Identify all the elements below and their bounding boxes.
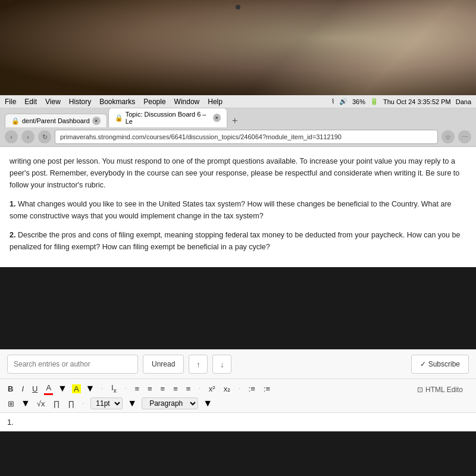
question-1-block: 1. What changes would you like to see in… [10,198,466,222]
subscribe-button[interactable]: ✓ Subscribe [411,355,469,374]
html-icon: ⊡ [417,386,423,394]
subscript-button[interactable]: x₂ [222,383,233,394]
sep4: · [238,383,240,394]
down-arrow-icon: ↓ [220,360,224,369]
unread-button[interactable]: Unread [143,355,184,374]
tab-dashboard-close[interactable]: × [92,117,101,125]
tab-discussion-icon: 🔒 [115,114,123,122]
italic-button[interactable]: I [20,383,26,394]
tab-discussion-label: Topic: Discussion Board 6 – Le [126,111,211,125]
discussion-toolbar: Unread ↑ ↓ ✓ Subscribe [0,349,476,379]
pi1-button[interactable]: ∏ [51,398,61,409]
font-size-select[interactable]: 11pt [90,397,123,409]
html-editor-link[interactable]: ⊡ HTML Edito [417,386,463,394]
menu-history[interactable]: History [69,98,91,106]
page-content: writing one post per lesson. You must re… [0,147,476,349]
address-url: primaverahs.strongmind.com/courses/6641/… [60,133,342,140]
scroll-up-button[interactable]: ↑ [189,355,208,374]
tab-discussion-close[interactable]: × [213,114,221,122]
tab-dashboard-label: dent/Parent Dashboard [22,117,90,124]
battery-level: 36% [352,98,365,105]
question-1-number: 1. [10,200,15,208]
username: Dana [456,98,471,105]
bookmark-button[interactable]: ☆ [441,130,455,143]
question-2-block: 2. Describe the pros and cons of filing … [10,229,466,253]
up-arrow-icon: ↑ [196,360,201,369]
question-2-text: 2. Describe the pros and cons of filing … [10,229,466,253]
menu-view[interactable]: View [45,98,61,106]
menu-people[interactable]: People [143,98,165,106]
align-center-button[interactable]: ≡ [146,383,154,394]
extensions-button[interactable]: ⋯ [458,130,471,143]
toolbar-separator: ▼ [21,398,30,409]
html-editor-label: HTML Edito [425,386,463,394]
table-button[interactable]: ⊞ [6,398,16,409]
forward-button[interactable]: › [21,130,35,143]
question-2-number: 2. [10,231,15,239]
sep2: · [124,383,127,394]
editor-row2: ⊞ ▼ √x ∏ ∏ · 11pt ▼ Paragraph ▼ [6,397,470,409]
back-button[interactable]: ‹ [5,130,18,143]
font-color-button[interactable]: A [44,382,53,395]
highlight-button[interactable]: A [72,384,81,393]
dropdown-arrow2: ▼ [203,398,212,409]
bullet-list-button[interactable]: :≡ [247,383,257,394]
numbered-list-button[interactable]: :≡ [262,383,272,394]
webcam-feed [0,0,476,95]
address-bar-row: ‹ › ↻ primaverahs.strongmind.com/courses… [0,127,476,146]
refresh-button[interactable]: ↻ [38,130,51,143]
scroll-down-button[interactable]: ↓ [212,355,231,374]
pi2-button[interactable]: ∏ [66,398,76,409]
underline-button[interactable]: U [30,383,39,394]
menu-bookmarks[interactable]: Bookmarks [99,98,135,106]
clear-format-button[interactable]: Ix [109,382,118,395]
search-input[interactable] [7,355,138,374]
volume-icon: 🔊 [339,98,347,105]
new-tab-button[interactable]: + [228,114,242,127]
indent-button[interactable]: ≡ [171,383,180,394]
tab-bar: 🔒 dent/Parent Dashboard × 🔒 Topic: Discu… [0,108,476,127]
sep3: · [198,383,201,394]
sep5: · [82,398,84,409]
bold-button[interactable]: B [6,383,15,394]
sep1: · [101,383,103,394]
menubar: File Edit View History Bookmarks People … [0,95,476,108]
paragraph-select[interactable]: Paragraph [142,397,198,409]
menu-edit[interactable]: Edit [24,98,37,106]
tab-discussion[interactable]: 🔒 Topic: Discussion Board 6 – Le × [108,108,227,127]
color-separator: ▼ [58,383,67,394]
superscript-button[interactable]: x² [207,383,217,394]
datetime: Thu Oct 24 3:35:52 PM [383,98,451,105]
tab-dashboard[interactable]: 🔒 dent/Parent Dashboard × [5,114,107,127]
menubar-right: ⌇ 🔊 36% 🔋 Thu Oct 24 3:35:52 PM Dana [331,98,471,105]
editor-row1: B I U A ▼ A ▼ · Ix · ≡ ≡ ≡ ≡ ≡ · x² x₂ ·… [6,382,470,397]
tab-dashboard-icon: 🔒 [11,117,20,125]
menu-help[interactable]: Help [208,98,223,106]
highlight-separator: ▼ [86,383,95,394]
question-1-text: 1. What changes would you like to see in… [10,198,466,222]
dropdown-arrow1: ▼ [127,398,137,409]
align-right-button[interactable]: ≡ [159,383,167,394]
battery-icon: 🔋 [370,98,378,105]
sqrt-button[interactable]: √x [35,398,47,409]
editor-toolbar: B I U A ▼ A ▼ · Ix · ≡ ≡ ≡ ≡ ≡ · x² x₂ ·… [0,379,476,413]
align-left-button[interactable]: ≡ [133,383,141,394]
webcam-indicator [236,5,240,10]
outdent-button[interactable]: ≡ [184,383,193,394]
menu-file[interactable]: File [5,98,16,106]
wifi-icon: ⌇ [331,98,334,105]
intro-paragraph: writing one post per lesson. You must re… [10,155,466,191]
browser-chrome: 🔒 dent/Parent Dashboard × 🔒 Topic: Discu… [0,108,476,147]
menu-window[interactable]: Window [174,98,200,106]
address-bar[interactable]: primaverahs.strongmind.com/courses/6641/… [55,130,438,144]
post-number: 1. [0,413,476,431]
